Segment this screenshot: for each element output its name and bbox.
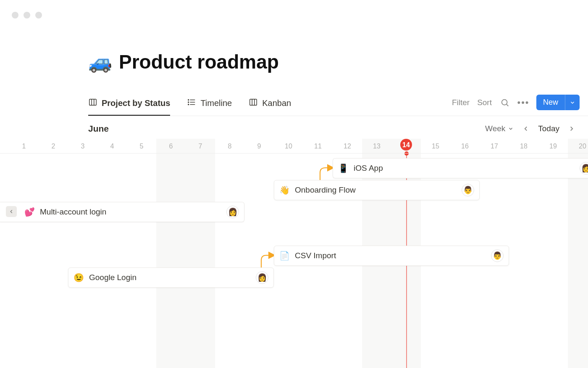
tab-timeline[interactable]: Timeline xyxy=(187,93,232,116)
day-number: 20 xyxy=(579,139,586,153)
timeline-controls: Week Today xyxy=(485,124,576,133)
filter-button[interactable]: Filter xyxy=(452,98,470,107)
day-number: 8 xyxy=(228,139,232,153)
toolbar-right: Filter Sort ••• New xyxy=(452,95,588,114)
tab-project-by-status[interactable]: Project by Status xyxy=(88,93,170,116)
scale-label: Week xyxy=(485,124,505,133)
page-title: 🚙 Product roadmap xyxy=(88,50,588,73)
page-icon[interactable]: 🚙 xyxy=(88,50,112,73)
new-button[interactable]: New xyxy=(536,95,565,110)
task-label: Onboarding Flow xyxy=(295,185,457,195)
assignee-avatar[interactable]: 👩 xyxy=(226,206,239,218)
prev-button[interactable] xyxy=(521,125,530,132)
day-number: 11 xyxy=(314,139,322,153)
day-number: 18 xyxy=(520,139,528,153)
scroll-left-badge[interactable] xyxy=(6,206,17,217)
task-label: CSV Import xyxy=(295,251,486,260)
sort-button[interactable]: Sort xyxy=(477,98,492,107)
new-dropdown-button[interactable] xyxy=(565,95,580,110)
task-label: iOS App xyxy=(354,164,575,173)
day-number: 3 xyxy=(81,139,85,153)
day-number: 1 xyxy=(22,139,26,153)
task-icon: 👋 xyxy=(279,185,290,195)
day-number: 19 xyxy=(549,139,557,153)
assignee-avatar[interactable]: 👨 xyxy=(462,184,474,196)
task-card-ios-app[interactable]: 📱iOS App👩 xyxy=(333,158,588,178)
today-marker: 14 xyxy=(400,139,412,151)
task-icon: 💕 xyxy=(24,207,35,217)
task-label: Google Login xyxy=(89,273,251,282)
task-card-multi-account-login[interactable]: 💕Multi-account login👩 xyxy=(0,202,244,222)
task-icon: 📄 xyxy=(279,251,290,261)
timeline-divider xyxy=(0,153,588,154)
tab-label: Kanban xyxy=(262,98,291,108)
svg-rect-9 xyxy=(250,99,257,106)
chevron-down-icon xyxy=(508,126,514,132)
window-traffic-lights xyxy=(12,12,42,19)
traffic-light-zoom[interactable] xyxy=(35,12,42,19)
scale-dropdown[interactable]: Week xyxy=(485,124,514,133)
day-column: 5 xyxy=(127,139,156,368)
day-number: 9 xyxy=(257,139,261,153)
next-button[interactable] xyxy=(567,125,576,132)
day-number: 2 xyxy=(52,139,55,153)
day-number: 15 xyxy=(432,139,439,153)
svg-point-6 xyxy=(188,100,189,101)
day-column: 8 xyxy=(215,139,244,368)
day-column: 2 xyxy=(39,139,68,368)
day-column: 1 xyxy=(9,139,39,368)
today-button[interactable]: Today xyxy=(538,124,559,133)
month-label: June xyxy=(88,124,109,134)
timeline-body[interactable]: 1234567891011121314151617181920 📱iOS App… xyxy=(0,139,588,368)
traffic-light-minimize[interactable] xyxy=(24,12,30,19)
svg-point-8 xyxy=(188,104,189,105)
columns-icon xyxy=(249,98,258,109)
day-number: 13 xyxy=(373,139,381,153)
day-number: 7 xyxy=(199,139,202,153)
task-card-google-login[interactable]: 😉Google Login👩 xyxy=(68,267,274,288)
day-column: 6 xyxy=(156,139,186,368)
day-number: 5 xyxy=(140,139,144,153)
task-icon: 📱 xyxy=(338,163,349,173)
svg-point-12 xyxy=(502,99,507,105)
more-icon[interactable]: ••• xyxy=(518,97,529,108)
day-column: 4 xyxy=(97,139,127,368)
view-tabs: Project by Status Timeline Kanban Filter… xyxy=(88,93,588,116)
day-number: 6 xyxy=(169,139,173,153)
search-icon[interactable] xyxy=(499,97,510,108)
new-button-group: New xyxy=(536,95,580,110)
today-dot xyxy=(404,151,409,156)
tab-label: Project by Status xyxy=(102,98,170,108)
day-number: 16 xyxy=(461,139,469,153)
day-number: 4 xyxy=(110,139,114,153)
svg-rect-0 xyxy=(89,99,97,106)
assignee-avatar[interactable]: 👩 xyxy=(580,162,588,175)
day-column: 9 xyxy=(244,139,274,368)
day-number: 10 xyxy=(285,139,292,153)
svg-point-7 xyxy=(188,102,189,103)
tab-kanban[interactable]: Kanban xyxy=(249,93,291,116)
traffic-light-close[interactable] xyxy=(12,12,18,19)
tab-label: Timeline xyxy=(200,98,232,108)
assignee-avatar[interactable]: 👩 xyxy=(256,271,268,284)
list-icon xyxy=(187,98,196,109)
task-card-onboarding-flow[interactable]: 👋Onboarding Flow👨 xyxy=(274,180,480,200)
day-column: 7 xyxy=(186,139,215,368)
task-label: Multi-account login xyxy=(40,207,221,217)
page-title-text[interactable]: Product roadmap xyxy=(119,50,279,73)
day-number: 12 xyxy=(344,139,351,153)
day-column: 3 xyxy=(68,139,97,368)
day-number: 17 xyxy=(491,139,498,153)
assignee-avatar[interactable]: 👨 xyxy=(491,249,504,262)
svg-line-13 xyxy=(507,104,508,106)
timeline-header: June Week Today xyxy=(88,116,588,138)
columns-icon xyxy=(88,98,97,109)
task-card-csv-import[interactable]: 📄CSV Import👨 xyxy=(274,246,509,266)
task-icon: 😉 xyxy=(74,273,84,283)
